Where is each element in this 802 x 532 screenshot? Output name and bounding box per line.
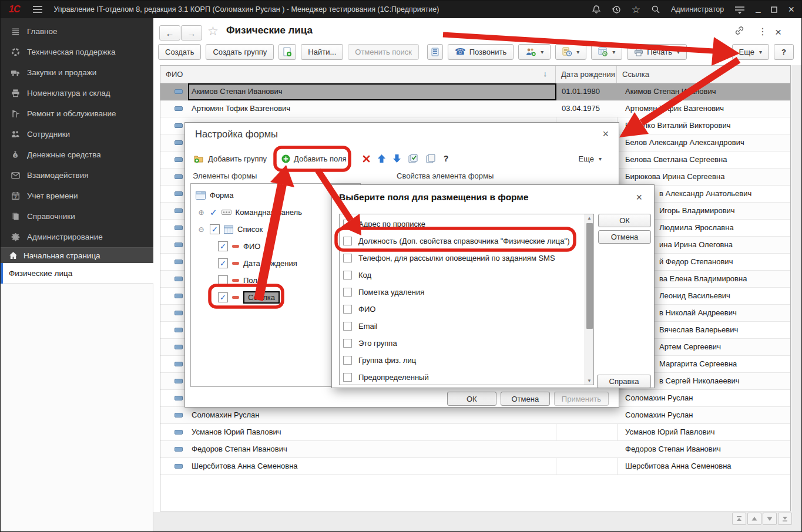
table-row[interactable]: Акимов Степан Иванович01.01.1980Акимов С… bbox=[160, 83, 790, 100]
field-option[interactable]: Код bbox=[340, 267, 593, 284]
row-drag-handle[interactable] bbox=[175, 157, 183, 162]
field-checkbox[interactable] bbox=[343, 220, 352, 228]
dialog-close-icon[interactable]: × bbox=[602, 128, 609, 140]
field-option[interactable]: Email bbox=[340, 318, 593, 335]
tree-expander-icon[interactable]: ⊖ bbox=[197, 225, 205, 234]
row-drag-handle[interactable] bbox=[175, 379, 183, 383]
sidebar-item-books[interactable]: Справочники bbox=[1, 206, 153, 227]
field-checkbox[interactable] bbox=[343, 305, 352, 314]
field-option[interactable]: ФИО bbox=[340, 301, 593, 318]
favorites-star-icon[interactable]: ☆ bbox=[632, 4, 640, 16]
delete-element-icon[interactable] bbox=[363, 155, 370, 163]
column-header-fio[interactable]: ФИО ↓ bbox=[160, 66, 556, 83]
row-drag-handle[interactable] bbox=[175, 260, 183, 264]
field-option[interactable]: Должность (Доп. свойства справочника "Фи… bbox=[340, 233, 593, 250]
forward-button[interactable]: → bbox=[181, 25, 202, 41]
cancel-search-button[interactable]: Отменить поиск bbox=[348, 44, 419, 60]
row-drag-handle[interactable] bbox=[175, 89, 183, 94]
report-button[interactable]: ▾ bbox=[591, 44, 622, 60]
field-checkbox[interactable] bbox=[343, 373, 352, 382]
create-button[interactable]: Создать bbox=[158, 44, 201, 60]
field-option[interactable]: Телефон, для рассылки оповещений по зада… bbox=[340, 250, 593, 267]
row-drag-handle[interactable] bbox=[175, 447, 183, 452]
sidebar-item-people[interactable]: Сотрудники bbox=[1, 124, 153, 144]
visibility-checkbox[interactable]: ✓ bbox=[218, 292, 228, 302]
window-close-button[interactable]: × bbox=[788, 4, 794, 16]
sidebar-item-truck[interactable]: Закупки и продажи bbox=[1, 62, 153, 83]
sidebar-item-life-ring[interactable]: Техническая поддержка bbox=[1, 42, 153, 62]
ok-button[interactable]: ОК bbox=[598, 214, 651, 227]
field-option[interactable]: Группа физ. лиц bbox=[340, 352, 593, 369]
sidebar-item-mail[interactable]: Взаимодействия bbox=[1, 165, 153, 186]
row-drag-handle[interactable] bbox=[175, 413, 183, 417]
scroll-up-button[interactable] bbox=[747, 513, 761, 525]
dialog-help-icon[interactable]: ? bbox=[444, 154, 449, 163]
move-down-icon[interactable] bbox=[393, 154, 401, 163]
close-page-icon[interactable]: × bbox=[775, 26, 781, 39]
row-drag-handle[interactable] bbox=[175, 345, 183, 349]
row-drag-handle[interactable] bbox=[175, 225, 183, 230]
visibility-checkbox[interactable]: ✓ bbox=[218, 258, 228, 268]
field-option[interactable]: Предопределенный bbox=[340, 369, 593, 385]
table-row[interactable]: Соломахин РусланСоломахин Руслан bbox=[160, 407, 790, 424]
field-checkbox[interactable] bbox=[343, 322, 352, 331]
table-row[interactable]: Федоров Степан ИвановичФедоров Степан Ив… bbox=[160, 441, 790, 458]
get-link-icon[interactable] bbox=[734, 26, 745, 35]
scroll-bottom-button[interactable] bbox=[778, 513, 792, 525]
tab-phys-persons[interactable]: Физические лица bbox=[1, 263, 153, 284]
back-button[interactable]: ← bbox=[159, 25, 180, 41]
row-drag-handle[interactable] bbox=[175, 123, 183, 128]
column-header-link[interactable]: Ссылка bbox=[617, 66, 790, 83]
uncheck-all-icon[interactable] bbox=[426, 154, 436, 163]
field-checkbox[interactable] bbox=[343, 237, 352, 245]
row-drag-handle[interactable] bbox=[175, 464, 183, 469]
document-history-button[interactable]: ▾ bbox=[555, 44, 586, 60]
table-row[interactable]: Шерсбитова Анна СеменовнаШерсбитова Анна… bbox=[160, 458, 790, 475]
cancel-button[interactable]: Отмена bbox=[598, 230, 651, 244]
favorite-page-star-icon[interactable]: ☆ bbox=[207, 24, 219, 38]
row-drag-handle[interactable] bbox=[175, 396, 183, 400]
row-drag-handle[interactable] bbox=[175, 174, 183, 179]
find-button[interactable]: Найти... bbox=[301, 44, 343, 60]
add-fields-button[interactable]: Добавить поля bbox=[278, 154, 350, 164]
call-button[interactable]: ☎ Позвонить bbox=[448, 44, 514, 60]
sidebar-item-calendar[interactable]: 7Учет времени bbox=[1, 186, 153, 206]
minimize-button[interactable]: _ bbox=[756, 3, 760, 13]
sidebar-item-money-bag[interactable]: $Денежные средства bbox=[1, 144, 153, 165]
apply-button[interactable]: Применить bbox=[554, 392, 609, 406]
check-all-icon[interactable] bbox=[408, 154, 418, 163]
table-row[interactable]: Артюмян Тофик Вазгенович03.04.1975Артюмя… bbox=[160, 100, 790, 117]
visibility-checkbox[interactable] bbox=[218, 275, 228, 285]
field-option[interactable]: Пометка удаления bbox=[340, 284, 593, 301]
cancel-button[interactable]: Отмена bbox=[501, 392, 550, 406]
field-checkbox[interactable] bbox=[343, 271, 352, 280]
ok-button[interactable]: ОК bbox=[447, 392, 496, 406]
notifications-bell-icon[interactable] bbox=[592, 5, 601, 14]
scroll-top-button[interactable] bbox=[732, 513, 746, 525]
row-drag-handle[interactable] bbox=[175, 328, 183, 332]
tree-expander-icon[interactable]: ⊕ bbox=[197, 208, 205, 217]
column-header-birthdate[interactable]: Дата рождения bbox=[556, 66, 617, 83]
row-drag-handle[interactable] bbox=[175, 140, 183, 145]
visibility-checkbox[interactable]: ✓ bbox=[218, 241, 228, 251]
sidebar-item-tools[interactable]: Ремонт и обслуживание bbox=[1, 103, 153, 124]
dialog-more-button[interactable]: Еще▾ bbox=[575, 154, 605, 164]
main-menu-icon[interactable] bbox=[32, 5, 43, 14]
more-menu-dots-icon[interactable]: ⋮ bbox=[758, 26, 767, 37]
field-checkbox[interactable] bbox=[343, 356, 352, 365]
help-button[interactable]: Справка bbox=[597, 375, 651, 388]
row-drag-handle[interactable] bbox=[175, 243, 183, 247]
dialog-close-icon[interactable]: × bbox=[636, 191, 642, 204]
row-drag-handle[interactable] bbox=[175, 430, 183, 435]
history-icon[interactable] bbox=[612, 5, 621, 14]
field-checkbox[interactable] bbox=[343, 254, 352, 262]
current-user[interactable]: Администратор bbox=[671, 5, 724, 14]
row-drag-handle[interactable] bbox=[175, 277, 183, 281]
add-person-button[interactable]: ▾ bbox=[518, 44, 551, 60]
more-button[interactable]: Еще▾ bbox=[732, 44, 769, 60]
list-view-button[interactable] bbox=[427, 44, 443, 60]
print-button[interactable]: Печать▾ bbox=[627, 44, 687, 60]
help-button[interactable]: ? bbox=[774, 44, 794, 60]
service-menu-icon[interactable] bbox=[734, 5, 745, 14]
search-icon[interactable] bbox=[651, 5, 660, 14]
